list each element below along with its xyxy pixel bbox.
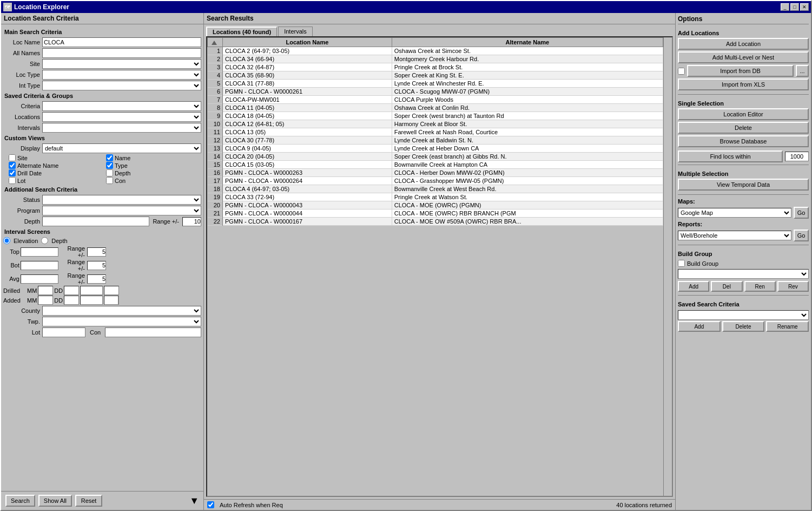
table-row[interactable]: 6 PGMN - CLOCA - W0000261 CLOCA - Scugog… — [208, 88, 663, 96]
site-select[interactable] — [42, 59, 201, 69]
top-input[interactable] — [21, 247, 58, 257]
browse-database-button[interactable]: Browse Database — [678, 135, 809, 147]
program-select[interactable] — [42, 206, 201, 215]
status-select[interactable] — [42, 195, 201, 205]
depth-range-input[interactable] — [182, 217, 201, 226]
table-row[interactable]: 17 PGMN - CLOCA - W0000264 CLOCA - Grass… — [208, 177, 663, 185]
radio-elevation[interactable] — [3, 237, 10, 244]
twp-select[interactable] — [42, 317, 201, 326]
depth-input[interactable] — [42, 217, 149, 226]
group-select[interactable] — [678, 269, 809, 279]
display-select[interactable]: default — [42, 143, 201, 153]
import-db-button[interactable]: Import from DB — [687, 65, 794, 77]
reports-select[interactable]: Well/Borehole — [678, 231, 791, 240]
table-row[interactable]: 20 PGMN - CLOCA - W0000043 CLOCA - MOE (… — [208, 201, 663, 209]
tab-locations[interactable]: Locations (40 found) — [206, 27, 277, 36]
scroll-down-arrow[interactable]: ▼ — [189, 495, 199, 507]
intervals-select[interactable] — [42, 123, 201, 133]
check-depth[interactable] — [106, 169, 113, 176]
table-row[interactable]: 11 CLOCA 13 (05) Farewell Creek at Nash … — [208, 128, 663, 136]
search-button[interactable]: Search — [5, 495, 35, 507]
loc-name-input[interactable] — [42, 37, 201, 47]
table-row[interactable]: 3 CLOCA 32 (64-87) Pringle Creek at Broc… — [208, 63, 663, 71]
table-row[interactable]: 12 CLOCA 30 (77-78) Lynde Creek at Baldw… — [208, 136, 663, 145]
table-row[interactable]: 10 CLOCA 12 (64-81; 05) Harmony Creek at… — [208, 120, 663, 128]
added-yyyy-input[interactable] — [80, 296, 103, 305]
import-xls-button[interactable]: Import from XLS — [678, 78, 809, 90]
added-end-input[interactable] — [104, 296, 119, 305]
table-row[interactable]: 4 CLOCA 35 (68-90) Soper Creek at King S… — [208, 71, 663, 80]
table-row[interactable]: 1 CLOCA 2 (64-97; 03-05) Oshawa Creek at… — [208, 47, 663, 55]
find-locs-button[interactable]: Find locs within — [678, 150, 783, 162]
bot-input[interactable] — [21, 261, 58, 270]
col-alternate-name-header[interactable]: Alternate Name — [392, 38, 663, 47]
locations-select[interactable] — [42, 112, 201, 122]
table-row[interactable]: 19 CLOCA 33 (72-94) Pringle Creek at Wat… — [208, 193, 663, 201]
table-row[interactable]: 21 PGMN - CLOCA - W0000044 CLOCA - MOE (… — [208, 209, 663, 218]
auto-refresh-checkbox[interactable] — [207, 501, 214, 508]
minimize-button[interactable]: _ — [781, 3, 789, 11]
drilled-yyyy-input[interactable] — [80, 286, 103, 295]
table-row[interactable]: 15 CLOCA 15 (03-05) Bowmanville Creek at… — [208, 161, 663, 169]
view-temporal-button[interactable]: View Temporal Data — [678, 179, 809, 191]
table-row[interactable]: 9 CLOCA 18 (04-05) Soper Creek (west bra… — [208, 112, 663, 120]
maximize-button[interactable]: □ — [790, 3, 799, 11]
criteria-select[interactable] — [42, 101, 201, 111]
drilled-mm-input[interactable] — [38, 286, 53, 295]
table-row[interactable]: 8 CLOCA 11 (04-05) Oshawa Creek at Conli… — [208, 104, 663, 112]
bot-range-input[interactable] — [87, 261, 106, 270]
table-row[interactable]: 13 CLOCA 9 (04-05) Lynde Creek at Heber … — [208, 145, 663, 153]
add-multi-button[interactable]: Add Multi-Level or Nest — [678, 51, 809, 63]
added-mm-input[interactable] — [38, 296, 53, 305]
lot-input[interactable] — [42, 327, 85, 337]
group-del-button[interactable]: Del — [711, 281, 742, 292]
reports-go-button[interactable]: Go — [794, 230, 809, 241]
avg-range-input[interactable] — [87, 274, 106, 284]
con-input[interactable] — [105, 327, 201, 337]
added-dd-input[interactable] — [64, 296, 79, 305]
table-row[interactable]: 14 CLOCA 20 (04-05) Soper Creek (east br… — [208, 153, 663, 161]
check-drill-date[interactable] — [9, 169, 16, 176]
maps-select[interactable]: Google Map — [678, 208, 791, 218]
table-scrollbar[interactable] — [663, 37, 672, 496]
saved-search-select[interactable] — [678, 310, 809, 320]
delete-button[interactable]: Delete — [678, 122, 809, 134]
loc-type-select[interactable] — [42, 70, 201, 80]
drilled-end-input[interactable] — [104, 286, 119, 295]
maps-go-button[interactable]: Go — [794, 207, 809, 219]
table-row[interactable]: 22 PGMN - CLOCA - W0000167 CLOCA - MOE O… — [208, 218, 663, 226]
table-row[interactable]: 7 CLOCA-PW-MW001 CLOCA Purple Woods — [208, 96, 663, 104]
table-scroll[interactable]: Location Name Alternate Name 1 CLOCA 2 (… — [207, 37, 663, 496]
location-editor-button[interactable]: Location Editor — [678, 108, 809, 120]
build-group-checkbox[interactable] — [678, 260, 685, 267]
table-row[interactable]: 16 PGMN - CLOCA - W0000263 CLOCA - Herbe… — [208, 169, 663, 177]
col-location-name-header[interactable]: Location Name — [223, 38, 392, 47]
check-type[interactable] — [106, 162, 113, 169]
group-add-button[interactable]: Add — [678, 281, 709, 292]
show-all-button[interactable]: Show All — [38, 495, 72, 507]
saved-delete-button[interactable]: Delete — [722, 321, 765, 332]
saved-rename-button[interactable]: Rename — [766, 321, 809, 332]
check-lot[interactable] — [9, 177, 16, 184]
int-type-select[interactable] — [42, 81, 201, 90]
check-site[interactable] — [9, 154, 16, 161]
tab-intervals[interactable]: Intervals — [278, 27, 313, 36]
all-names-input[interactable] — [42, 48, 201, 58]
find-locs-input[interactable] — [785, 152, 809, 161]
check-name[interactable] — [106, 154, 113, 161]
saved-add-button[interactable]: Add — [678, 321, 721, 332]
group-ren-button[interactable]: Ren — [744, 281, 776, 292]
check-alt-name[interactable] — [9, 162, 16, 169]
county-select[interactable] — [42, 306, 201, 316]
import-db-browse-button[interactable]: ... — [796, 65, 809, 77]
reset-button[interactable]: Reset — [75, 495, 102, 507]
radio-depth[interactable] — [41, 237, 48, 244]
import-db-checkbox[interactable] — [678, 68, 685, 75]
check-con[interactable] — [106, 177, 113, 184]
drilled-dd-input[interactable] — [64, 286, 79, 295]
table-row[interactable]: 5 CLOCA 31 (77-88) Lynde Creek at Winche… — [208, 80, 663, 88]
group-rev-button[interactable]: Rev — [777, 281, 809, 292]
avg-input[interactable] — [21, 274, 58, 284]
top-range-input[interactable] — [87, 247, 106, 257]
table-row[interactable]: 18 CLOCA 4 (64-97; 03-05) Bowmanville Cr… — [208, 185, 663, 193]
